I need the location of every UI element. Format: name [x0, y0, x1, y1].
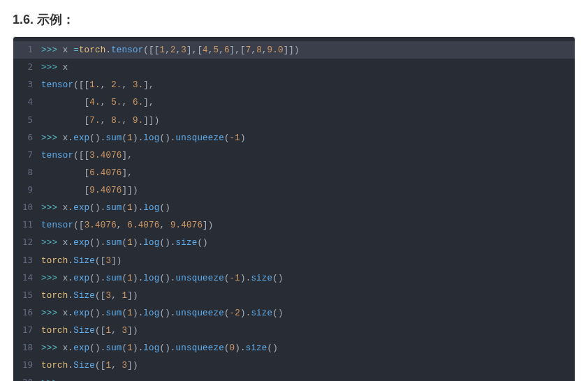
line-number: 11	[13, 216, 36, 232]
code-token: x	[63, 45, 73, 55]
code-line: 5 [7., 8., 9.]])	[13, 112, 575, 129]
code-line: 14>>> x.exp().sum(1).log().unsqueeze(-1)…	[13, 269, 575, 287]
code-token: size	[251, 274, 272, 283]
code-token: log	[143, 308, 159, 318]
code-token: ,	[111, 291, 122, 301]
code-token: (	[224, 133, 230, 143]
code-content: >>> x =torch.tensor([[1,2,3],[4,5,6],[7,…	[36, 43, 300, 59]
code-content: [7., 8., 9.]])	[36, 113, 159, 129]
code-block: 1>>> x =torch.tensor([[1,2,3],[4,5,6],[7…	[13, 36, 575, 381]
code-token: ],[	[186, 45, 203, 55]
code-token: exp	[73, 274, 89, 283]
code-token: log	[143, 203, 159, 213]
code-token: unsqueeze	[176, 308, 224, 318]
code-line: 17torch.Size([1, 3])	[13, 322, 575, 339]
code-token: ,	[159, 221, 170, 230]
code-token: ().	[159, 133, 175, 143]
code-token: ,	[117, 221, 127, 230]
code-token: ().	[89, 203, 105, 213]
code-token: 2.	[111, 80, 122, 90]
code-token: >>>	[41, 378, 57, 381]
code-token: tensor	[41, 80, 73, 90]
code-token: ],	[143, 80, 154, 90]
line-number: 9	[13, 181, 36, 197]
code-token: 8	[256, 45, 262, 55]
code-token: >>>	[41, 308, 63, 318]
code-token: )	[240, 133, 246, 143]
code-token: -2	[230, 308, 240, 318]
code-line: 19torch.Size([1, 3])	[13, 357, 575, 374]
code-line: 9 [9.4076]])	[13, 181, 575, 199]
code-token: 1	[127, 238, 133, 248]
code-token: ).	[235, 343, 245, 353]
code-token: 3	[181, 45, 186, 55]
code-token: x	[63, 133, 68, 143]
code-token: unsqueeze	[176, 274, 224, 283]
code-token: ().	[89, 238, 105, 248]
code-token: 1	[127, 203, 133, 213]
code-line: 4 [4., 5., 6.],	[13, 94, 575, 111]
code-content: torch.Size([1, 3])	[36, 358, 138, 374]
code-token: ,	[165, 45, 170, 55]
line-number: 16	[13, 304, 36, 320]
code-token: exp	[73, 133, 89, 143]
code-token: log	[143, 274, 159, 283]
code-line: 11tensor([3.4076, 6.4076, 9.4076])	[13, 216, 575, 234]
code-token: ).	[240, 274, 251, 283]
code-token: >>>	[41, 45, 63, 55]
code-content: >>> x.exp().sum(1).log()	[36, 200, 170, 216]
code-token: ,	[101, 80, 111, 90]
code-token: =	[73, 45, 79, 55]
code-token: 3.	[133, 80, 143, 90]
code-line: 13torch.Size([3])	[13, 252, 575, 269]
code-token: ,	[219, 45, 224, 55]
code-token: 4	[203, 45, 208, 55]
code-token: ])	[127, 291, 138, 301]
code-content: tensor([[3.4076],	[36, 148, 133, 164]
code-token: >>>	[41, 203, 63, 213]
code-token: ,	[262, 45, 267, 55]
code-token: ])	[127, 326, 138, 336]
code-token: ,	[122, 98, 133, 107]
code-token: .	[105, 45, 111, 55]
code-token: [	[41, 116, 89, 126]
code-token: 9.0	[267, 45, 284, 55]
code-token: torch	[41, 291, 68, 301]
code-token: ,	[111, 326, 122, 336]
code-token: ([	[73, 221, 84, 230]
code-token: ([	[95, 256, 105, 266]
line-number: 5	[13, 112, 36, 128]
line-number: 19	[13, 357, 36, 373]
code-token: ).	[133, 274, 143, 283]
code-token: 2	[170, 45, 176, 55]
code-token: tensor	[41, 151, 73, 160]
code-token: sum	[105, 203, 122, 213]
code-token: ],	[122, 151, 133, 160]
code-token: sum	[105, 133, 122, 143]
code-token: 1	[127, 343, 133, 353]
code-content: [6.4076],	[36, 165, 133, 181]
code-token: 3	[105, 256, 111, 266]
code-token: 4.	[89, 98, 100, 107]
code-token: ).	[133, 238, 143, 248]
code-token: ])	[203, 221, 213, 230]
code-token: size	[176, 238, 198, 248]
code-token: 6	[224, 45, 230, 55]
code-token: ,	[208, 45, 214, 55]
code-line: 3tensor([[1., 2., 3.],	[13, 76, 575, 94]
code-token: ().	[89, 133, 105, 143]
code-line: 18>>> x.exp().sum(1).log().unsqueeze(0).…	[13, 339, 575, 357]
code-token: 9.4076	[170, 221, 203, 230]
code-token: sum	[105, 274, 122, 283]
code-token: 3.4076	[84, 221, 117, 230]
line-number: 13	[13, 252, 36, 268]
code-token: 5.	[111, 98, 122, 107]
line-number: 18	[13, 339, 36, 355]
code-token: >>>	[41, 274, 63, 283]
code-token: ).	[133, 133, 143, 143]
code-token: x	[63, 238, 68, 248]
line-number: 6	[13, 129, 36, 145]
code-token: [	[41, 168, 89, 178]
code-token: unsqueeze	[176, 343, 224, 353]
code-token: [	[41, 186, 89, 195]
